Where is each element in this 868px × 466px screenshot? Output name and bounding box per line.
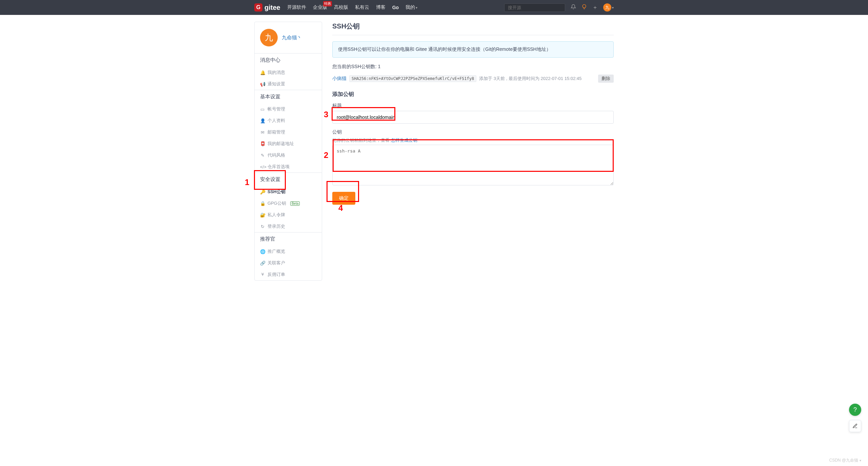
primary-nav: 开源软件 企业版 特惠 高校版 私有云 博客 Go 我的▾ [287,4,417,11]
nav-blog[interactable]: 博客 [376,4,386,11]
mail-icon: ✉ [260,130,265,135]
search-input[interactable] [504,3,565,12]
sidebar-item-notify-settings[interactable]: 📢通知设置 [255,78,322,90]
nav-mine[interactable]: 我的▾ [406,4,417,11]
promo-badge: 特惠 [323,1,332,6]
chevron-down-icon: ▾ [416,6,417,9]
logo-icon: G [254,3,262,12]
sidebar-item-my-messages[interactable]: 🔔我的消息 [255,67,322,78]
pubkey-textarea[interactable] [332,145,614,185]
page-title: SSH公钥 [332,22,614,35]
info-banner: 使用SSH公钥可以让你在你的电脑和 Gitee 通讯的时候使用安全连接（Git的… [332,41,614,58]
sidebar-item-email[interactable]: ✉邮箱管理 [255,126,322,138]
money-icon: ￥ [260,271,265,278]
group-messages: 消息中心 [255,53,322,67]
sidebar-item-account[interactable]: ▭帐号管理 [255,103,322,115]
code-icon: </> [260,164,265,169]
pubkey-label: 公钥 [332,129,614,135]
link-icon: 🔗 [260,261,265,266]
group-security: 安全设置 [255,173,322,186]
key-count: 您当前的SSH公钥数: 1 [332,64,614,70]
sidebar-item-referral-orders[interactable]: ￥反佣订单 [255,269,322,280]
lock-icon: 🔒 [260,201,265,206]
sound-icon: 📢 [260,82,265,87]
nav-private-cloud[interactable]: 私有云 [355,4,369,11]
sidebar-item-login-history[interactable]: ↻登录历史 [255,221,322,232]
delete-key-button[interactable]: 删除 [598,75,614,83]
sidebar-item-tokens[interactable]: 🔐私人令牌 [255,209,322,221]
key-meta: 添加于 3天前 , 最后使用时间为 2022-07-01 15:02:45 [479,76,581,82]
nav-edu[interactable]: 高校版 [334,4,348,11]
key-title-input[interactable] [332,111,614,124]
chevron-down-icon: ▾ [612,6,614,9]
settings-sidebar: 九 九命猫丶 消息中心 🔔我的消息 📢通知设置 基本设置 ▭帐号管理 👤个人资料… [254,22,322,281]
bell-icon: 🔔 [260,70,265,75]
sidebar-item-repo-prefs[interactable]: </>仓库首选项 [255,161,322,173]
existing-key-row: 小病猫 SHA256:nFKS+AYtOvCWPJ2PZPSeZPX5emefu… [332,75,614,83]
pubkey-help: 把你的公钥粘贴到这里，查看 怎样生成公钥 [332,137,614,143]
main-content: SSH公钥 使用SSH公钥可以让你在你的电脑和 Gitee 通讯的时候使用安全连… [332,22,614,281]
nav-opensource[interactable]: 开源软件 [287,4,306,11]
logo[interactable]: G gitee [254,3,280,12]
avatar: 九 [603,3,611,12]
add-key-heading: 添加公钥 [332,91,614,98]
group-basic: 基本设置 [255,90,322,103]
group-referral: 推荐官 [255,232,322,246]
nav-go[interactable]: Go [392,5,399,10]
annotation-number-3: 3 [324,110,328,119]
confirm-button[interactable]: 确定 [332,192,355,205]
token-icon: 🔐 [260,212,265,218]
avatar: 九 [260,29,278,46]
top-nav: G gitee 开源软件 企业版 特惠 高校版 私有云 博客 Go 我的▾ [0,0,868,15]
sidebar-user[interactable]: 九 九命猫丶 [255,22,322,53]
how-to-generate-link[interactable]: 怎样生成公钥 [391,138,417,143]
key-fingerprint: SHA256:nFKS+AYtOvCWPJ2PZPSeZPX5emefuKlrC… [349,75,476,82]
logo-text: gitee [264,4,280,12]
sidebar-item-ssh-keys[interactable]: 🔑SSH公钥 [255,186,322,198]
sidebar-item-profile[interactable]: 👤个人资料 [255,115,322,126]
title-label: 标题 [332,103,614,109]
card-icon: ▭ [260,107,265,112]
globe-icon: 🌐 [260,249,265,254]
beta-badge: Beta [290,201,300,206]
annotation-number-2: 2 [324,150,328,160]
person-icon: 👤 [260,118,265,123]
username: 九命猫丶 [282,35,302,41]
sidebar-item-mail-address[interactable]: 📮我的邮递地址 [255,138,322,149]
pencil-icon: ✎ [260,153,265,158]
bell-icon[interactable] [571,4,576,11]
history-icon: ↻ [260,224,265,229]
bulb-icon[interactable] [581,4,587,11]
sidebar-item-gpg-keys[interactable]: 🔒GPG公钥Beta [255,198,322,209]
key-name-link[interactable]: 小病猫 [332,76,347,82]
user-menu[interactable]: 九 ▾ [603,3,614,12]
key-icon: 🔑 [260,189,265,195]
nav-enterprise[interactable]: 企业版 特惠 [313,4,327,11]
mailbox-icon: 📮 [260,141,265,146]
sidebar-item-referral-overview[interactable]: 🌐推广概览 [255,246,322,257]
annotation-number-1: 1 [245,178,249,187]
sidebar-item-code-style[interactable]: ✎代码风格 [255,149,322,161]
sidebar-item-referral-clients[interactable]: 🔗关联客户 [255,257,322,269]
plus-icon[interactable]: ＋ [592,4,598,11]
